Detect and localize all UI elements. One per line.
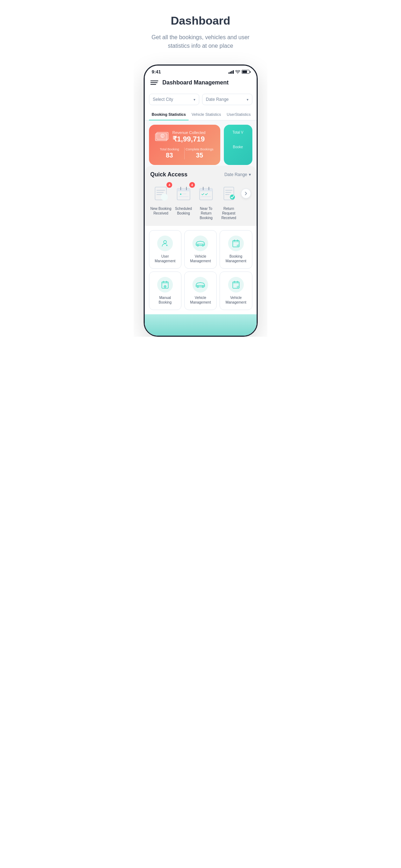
- vehicle-mgmt2-icon: [195, 281, 205, 288]
- vehicle-mgmt-icon: [195, 240, 205, 247]
- teal-label1: Total V: [230, 130, 247, 134]
- city-chevron-icon: ▾: [194, 98, 195, 102]
- app-header: Dashboard Management: [145, 77, 257, 90]
- svg-rect-37: [233, 241, 239, 242]
- revenue-label: Revenue Collected: [173, 130, 206, 135]
- svg-point-14: [180, 193, 181, 195]
- svg-point-51: [197, 286, 198, 287]
- svg-rect-54: [233, 282, 239, 284]
- svg-rect-7: [156, 194, 162, 195]
- date-chevron-icon: ▾: [247, 98, 248, 102]
- app-header-title: Dashboard Management: [163, 79, 229, 86]
- quick-item-new-booking[interactable]: 4 👆 New BookingReceived: [150, 184, 172, 216]
- vehicle-management-card-2[interactable]: VehicleManagement: [184, 272, 217, 310]
- complete-booking-label: Complete Bookings: [185, 148, 215, 151]
- phone-content: Select City ▾ Date Range ▾ Booking Stati…: [145, 90, 257, 336]
- quick-access-date-range[interactable]: Date Range ▾: [224, 172, 251, 177]
- quick-access-header: Quick Access Date Range ▾: [150, 171, 251, 178]
- tab-user-statistics[interactable]: UserStatistics: [224, 109, 253, 120]
- scheduled-label: ScheduledBooking: [175, 206, 192, 216]
- quick-date-chevron: ▾: [249, 172, 251, 177]
- quick-item-scheduled[interactable]: 4 Schedul: [173, 184, 194, 216]
- filter-row: Select City ▾ Date Range ▾: [145, 90, 257, 109]
- vehicle-mgmt-label-1: VehicleManagement: [190, 254, 211, 263]
- svg-rect-30: [167, 245, 168, 246]
- near-return-label: Near To ReturnBooking: [196, 206, 217, 220]
- signal-icon: [228, 70, 234, 74]
- new-booking-icon: 👆: [152, 185, 169, 202]
- page-title: Dashboard: [144, 14, 257, 27]
- svg-point-35: [202, 245, 203, 246]
- new-booking-label: New BookingReceived: [150, 206, 171, 216]
- city-select[interactable]: Select City ▾: [149, 94, 199, 105]
- quick-access-title: Quick Access: [150, 171, 187, 178]
- svg-rect-15: [182, 193, 186, 194]
- quick-item-return-request[interactable]: Return RequestReceived: [218, 184, 240, 220]
- svg-rect-16: [179, 196, 189, 197]
- revenue-card: ₹ Revenue Collected ₹1,99,719 Total Book…: [149, 125, 220, 165]
- svg-rect-23: [225, 190, 232, 191]
- city-select-label: Select City: [153, 97, 173, 102]
- user-mgmt-icon: [161, 239, 169, 248]
- new-booking-icon-wrap: 4 👆: [151, 184, 171, 203]
- return-request-icon-wrap: [219, 184, 239, 203]
- status-time: 9:41: [152, 69, 161, 74]
- vehicle-mgmt-label-2: VehicleManagement: [190, 295, 211, 305]
- vehicle-mgmt-icon-circle-3: [228, 277, 244, 293]
- teal-stat-card: Total V Booke: [224, 125, 252, 165]
- teal-bottom-bg: [145, 314, 257, 336]
- vehicle-management-card-1[interactable]: VehicleManagement: [184, 230, 217, 269]
- user-management-card[interactable]: UserManagement: [149, 230, 181, 269]
- date-range-label: Date Range: [206, 97, 229, 102]
- scheduled-badge: 4: [189, 182, 195, 188]
- svg-text:₹: ₹: [161, 135, 163, 138]
- quick-access-panel: Quick Access Date Range ▾ 4: [145, 166, 257, 226]
- management-grid: UserManagement VehicleManagement: [145, 226, 257, 314]
- manual-booking-icon: [161, 280, 169, 289]
- quick-items-row: 4 👆 New BookingReceived: [150, 184, 251, 220]
- quick-item-near-return[interactable]: Near To ReturnBooking: [196, 184, 217, 220]
- tabs-row: Booking Statistics Vehicle Statistics Us…: [145, 109, 257, 120]
- return-request-icon: [220, 185, 237, 202]
- svg-rect-5: [156, 190, 165, 191]
- vehicle-mgmt-icon-circle-2: [192, 277, 208, 293]
- status-icons: [228, 70, 250, 74]
- quick-access-next-btn[interactable]: [241, 188, 251, 198]
- svg-rect-21: [201, 196, 211, 197]
- tab-booking-statistics[interactable]: Booking Statistics: [149, 109, 189, 120]
- svg-rect-24: [225, 192, 231, 193]
- svg-rect-11: [177, 188, 190, 191]
- revenue-info: Revenue Collected ₹1,99,719: [173, 130, 206, 143]
- svg-point-34: [197, 245, 198, 246]
- vehicle-mgmt-label-3: VehicleManagement: [226, 295, 246, 305]
- page-header: Dashboard Get all the bookings, vehicles…: [134, 0, 267, 57]
- money-icon: ₹: [155, 131, 169, 142]
- vehicle-mgmt-icon-circle-1: [192, 236, 208, 251]
- tab-vehicle-statistics[interactable]: Vehicle Statistics: [189, 109, 224, 120]
- svg-point-8: [161, 193, 168, 201]
- stat-bottom-row: Total Booking 83 Complete Bookings 35: [155, 148, 215, 159]
- booking-management-card[interactable]: BookingManagement: [220, 230, 252, 269]
- vehicle-management-card-3[interactable]: VehicleManagement: [220, 272, 252, 310]
- manual-booking-card[interactable]: ManualBooking: [149, 272, 181, 310]
- teal-label2: Booke: [230, 145, 247, 149]
- hamburger-menu-icon[interactable]: [150, 81, 158, 85]
- manual-booking-label: ManualBooking: [159, 295, 171, 305]
- complete-booking-value: 35: [185, 152, 215, 159]
- phone-mockup: 9:41: [134, 57, 267, 337]
- svg-rect-18: [200, 188, 212, 191]
- vehicle-mgmt3-icon: [232, 280, 240, 289]
- user-mgmt-icon-circle: [157, 236, 173, 251]
- user-mgmt-label: UserManagement: [155, 254, 175, 263]
- date-range-select[interactable]: Date Range ▾: [202, 94, 252, 105]
- manual-booking-icon-circle: [157, 277, 173, 293]
- total-booking-item: Total Booking 83: [155, 148, 185, 159]
- page-subtitle: Get all the bookings, vehicles and user …: [144, 33, 257, 50]
- revenue-card-top: ₹ Revenue Collected ₹1,99,719: [155, 130, 215, 143]
- svg-point-27: [164, 241, 166, 243]
- booking-mgmt-icon-circle: [228, 236, 244, 251]
- near-return-icon-wrap: [196, 184, 216, 203]
- svg-rect-25: [225, 194, 230, 195]
- stats-scroll: ₹ Revenue Collected ₹1,99,719 Total Book…: [145, 120, 257, 169]
- return-request-label: Return RequestReceived: [218, 206, 240, 220]
